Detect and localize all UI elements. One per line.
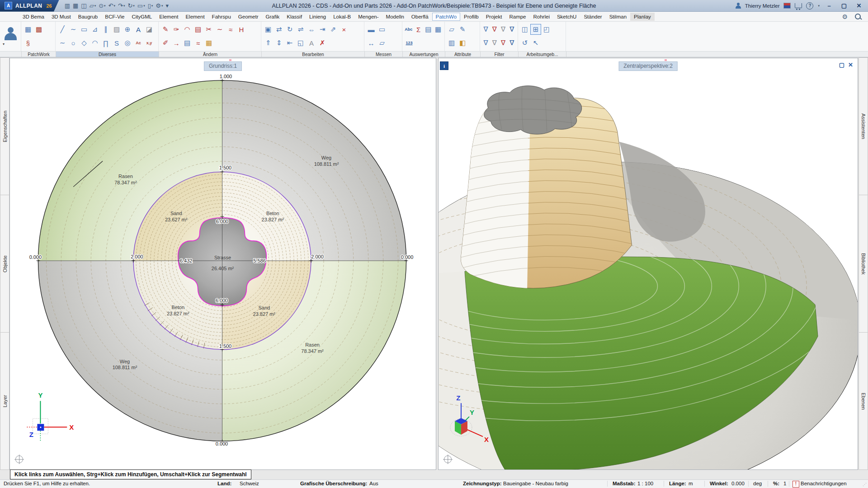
dropdown-arrow-icon[interactable]: ▾ [133,4,135,8]
language-flag-icon[interactable] [783,3,791,9]
menu-item-st-nder[interactable]: Ständer [580,13,605,21]
notification-icon[interactable]: ! [793,481,799,488]
measure-length-icon[interactable]: ↔ [366,38,377,48]
brush-icon[interactable]: ✐ [160,38,171,48]
snap-arrow-icon[interactable]: → [171,38,182,48]
menu-item-projekt[interactable]: Projekt [482,13,506,21]
search-document-icon[interactable]: ⊙▾ [98,2,106,9]
panel-tab-objekte[interactable]: Objekte [0,195,9,333]
help-dropdown-icon[interactable]: ▾ [818,4,820,8]
attribute-paint-icon[interactable]: ◧ [457,38,468,48]
menu-item-oberfl[interactable]: Oberflä [408,13,432,21]
menu-item-rohrlei[interactable]: Rohrlei [530,13,553,21]
s-curve-icon[interactable]: S [111,38,122,48]
stretch-vertical-icon[interactable]: ⇕ [274,38,284,48]
filter-match-icon[interactable]: ∇ [499,24,508,35]
circle-center-icon[interactable]: ⊕ [122,24,133,35]
tools-icon[interactable]: ⚙▾ [155,2,164,9]
ribbon-group-label-attribute[interactable]: Attribute [445,52,481,57]
autocad-text-icon[interactable]: Ac [133,38,144,48]
menu-item-3d-must[interactable]: 3D Must [48,13,75,21]
status-angle-unit[interactable]: deg [753,480,762,488]
document-modify-icon[interactable]: ▤ [182,38,193,48]
menu-item-profilb[interactable]: Profilb [460,13,482,21]
column-icon[interactable]: ∏ [100,38,111,48]
menu-item-geometr[interactable]: Geometr [235,13,262,21]
patchwork-paragraph-icon[interactable]: § [23,38,33,48]
menu-item-planlay[interactable]: Planlay [630,13,655,21]
stretch-icon[interactable]: ⇔ [306,24,317,35]
user-name[interactable]: Thierry Metzler [745,3,780,9]
filter-edit-icon[interactable]: ∇ [481,38,490,48]
origin-target-icon[interactable] [15,455,23,463]
menu-item-lokal-b[interactable]: Lokal-B [330,13,354,21]
menu-item-element[interactable]: Element [156,13,182,21]
attribute-edit-icon[interactable]: ▱ [446,24,457,35]
measure-area-icon[interactable]: ▱ [377,38,387,48]
slope-plane-icon[interactable]: ◪ [144,24,155,35]
menu-item-bcf-vie[interactable]: BCF-Vie [101,13,128,21]
filter-wave-icon[interactable]: ∇ [490,24,499,35]
panel-tab-assistenten[interactable]: Assistenten [859,57,868,195]
status-angle-value[interactable]: 0.000 [731,480,745,488]
ruler-surface-icon[interactable]: ▭ [377,24,387,35]
search-icon[interactable] [855,14,861,19]
table-color-icon[interactable]: ▦ [203,38,214,48]
patchwork-area-icon[interactable]: ▦ [23,24,33,35]
attribute-doc-icon[interactable]: ▥ [446,38,457,48]
lasso-select-icon[interactable]: ↺ [519,38,530,48]
numbers-123-icon[interactable]: 123 [404,38,415,48]
table-sum-icon[interactable]: Σ [414,24,424,35]
arc-edit-icon[interactable]: ◠ [182,24,193,35]
panel-tab-eigenschaften[interactable]: Eigenschaften [0,57,9,195]
sheet-edit-icon[interactable]: ▤ [193,24,203,35]
undo-icon[interactable]: ↶▾ [108,2,116,9]
wave-modify-icon[interactable]: ≈ [225,24,236,35]
dropdown-arrow-icon[interactable]: ▾ [113,4,115,8]
origin-target-icon[interactable] [444,455,452,463]
chart-grid-icon[interactable]: ▦ [433,24,443,35]
filter-sigma-icon[interactable]: ∇ [508,38,516,48]
status-percent-value[interactable]: 1 [783,480,786,488]
filter-sum-icon[interactable]: ∇ [508,24,516,35]
application-icon[interactable]: ▥ [64,2,71,9]
window-zoom-icon[interactable]: ⊞ [530,24,541,35]
menu-item-citygml[interactable]: CityGML [128,13,156,21]
ribbon-group-label-bearbeiten[interactable]: Bearbeiten [262,52,365,57]
menu-item-klassif[interactable]: Klassif [283,13,306,21]
rotate-icon[interactable]: ↻ [284,24,295,35]
delete-icon[interactable]: × [339,24,349,35]
select-pen-icon[interactable]: ↖ [530,38,541,48]
dropdown-arrow-icon[interactable]: ▾ [104,4,106,8]
profile-avatar-icon[interactable] [4,27,17,41]
menu-item-mengen[interactable]: Mengen- [354,13,382,21]
spline-icon[interactable]: ∼ [68,24,79,35]
menu-item-fahrspu[interactable]: Fahrspu [208,13,235,21]
dropdown-arrow-icon[interactable]: ▾ [151,4,153,8]
menu-item-rampe[interactable]: Rampe [505,13,529,21]
customize-icon[interactable]: ▾ [165,2,170,9]
erase-x-icon[interactable]: ✗ [317,38,328,48]
copy-elevation-icon[interactable]: ⇑ [263,38,274,48]
filter-pen-icon[interactable]: ∇ [481,24,490,35]
ribbon-group-label-ndern[interactable]: Ändern [159,52,262,57]
attribute-brush-icon[interactable]: ✎ [457,24,468,35]
rectangle-icon[interactable]: ▭ [79,24,90,35]
viewport-close-icon[interactable]: ✕ [848,61,853,68]
menu-item-3d-bema[interactable]: 3D Bema [19,13,48,21]
pin-edit-icon[interactable]: ✑ [171,24,182,35]
menu-item-baugrub[interactable]: Baugrub [75,13,101,21]
dropdown-arrow-icon[interactable]: ▾ [123,4,125,8]
ribbon-group-label-auswertungen[interactable]: Auswertungen [403,52,445,57]
viewport-maximize-icon[interactable]: ▢ [839,61,844,68]
shop-cart-icon[interactable] [795,3,802,8]
scale-icon[interactable]: ⇗ [328,24,339,35]
coordinate-icon[interactable]: x,y [144,38,155,48]
ribbon-group-label-filter[interactable]: Filter [481,52,519,57]
ruler-icon[interactable]: ▬ [366,24,377,35]
profile-dropdown-icon[interactable]: ▾ [0,42,5,46]
viewport-perspective-canvas[interactable]: Z Y X i Zentralperspektive:2 ▢ ✕ [438,58,858,470]
flip-text-icon[interactable]: A [306,38,317,48]
dropdown-arrow-icon[interactable]: ▾ [161,4,163,8]
maximize-button[interactable]: ▢ [839,2,849,9]
